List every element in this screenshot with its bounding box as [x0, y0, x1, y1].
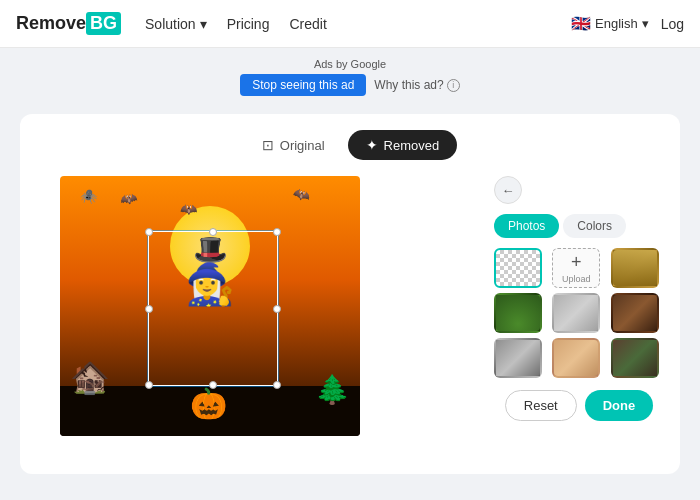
why-ads-button[interactable]: Why this ad? i — [374, 78, 459, 92]
handle-bottom-left[interactable] — [145, 381, 153, 389]
upload-label: Upload — [562, 274, 591, 284]
panel-actions: Reset Done — [494, 390, 664, 421]
bat-decoration-2: 🦇 — [180, 201, 197, 217]
nav-credit[interactable]: Credit — [289, 16, 326, 32]
chevron-down-icon: ▾ — [642, 16, 649, 31]
logo-bg-text: BG — [86, 12, 121, 35]
bg-nature[interactable] — [494, 293, 542, 333]
background-image: 🦇 🦇 🦇 🕷️ 🏚️ 🌲 🎃 — [60, 176, 360, 436]
editor-card: ⊡ Original ✦ Removed 🦇 🦇 🦇 — [20, 114, 680, 474]
handle-bottom-middle[interactable] — [209, 381, 217, 389]
original-icon: ⊡ — [262, 137, 274, 153]
flag-icon: 🇬🇧 — [571, 14, 591, 33]
bg-warm[interactable] — [552, 338, 600, 378]
nav-pricing[interactable]: Pricing — [227, 16, 270, 32]
panel-back-button[interactable]: ← — [494, 176, 522, 204]
back-arrow-icon: ← — [502, 183, 515, 198]
nav-right: 🇬🇧 English ▾ Log — [571, 14, 684, 33]
handle-bottom-right[interactable] — [273, 381, 281, 389]
handle-top-right[interactable] — [273, 228, 281, 236]
panel-tabs: Photos Colors — [494, 214, 664, 238]
photos-tab[interactable]: Photos — [494, 214, 559, 238]
handle-left-middle[interactable] — [145, 305, 153, 313]
view-tabs: ⊡ Original ✦ Removed — [36, 130, 664, 160]
login-button[interactable]: Log — [661, 16, 684, 32]
nav-solution[interactable]: Solution ▾ — [145, 16, 207, 32]
info-icon: i — [447, 79, 460, 92]
tab-original[interactable]: ⊡ Original — [243, 130, 344, 160]
tree-decoration: 🌲 — [315, 373, 350, 406]
tab-removed[interactable]: ✦ Removed — [348, 130, 458, 160]
plus-icon: + — [571, 252, 582, 273]
bat-decoration-3: 🦇 — [291, 184, 312, 204]
nav-links: Solution ▾ Pricing Credit — [145, 16, 571, 32]
canvas-section: 🦇 🦇 🦇 🕷️ 🏚️ 🌲 🎃 — [36, 176, 478, 436]
bat-decoration-1: 🦇 — [119, 190, 139, 209]
bg-wood[interactable] — [611, 248, 659, 288]
pumpkin-decoration: 🎃 — [190, 386, 227, 421]
logo[interactable]: RemoveBG — [16, 12, 121, 35]
bg-concrete[interactable] — [552, 293, 600, 333]
logo-remove-text: Remove — [16, 13, 86, 34]
upload-button[interactable]: + Upload — [552, 248, 600, 288]
handle-right-middle[interactable] — [273, 305, 281, 313]
bg-gray[interactable] — [494, 338, 542, 378]
handle-top-middle[interactable] — [209, 228, 217, 236]
image-container: 🦇 🦇 🦇 🕷️ 🏚️ 🌲 🎃 — [60, 176, 360, 436]
removed-icon: ✦ — [366, 137, 378, 153]
bg-cabin[interactable] — [611, 338, 659, 378]
stop-ads-button[interactable]: Stop seeing this ad — [240, 74, 366, 96]
ads-buttons: Stop seeing this ad Why this ad? i — [0, 74, 700, 96]
done-button[interactable]: Done — [585, 390, 654, 421]
reset-button[interactable]: Reset — [505, 390, 577, 421]
right-panel: ← Photos Colors + Upload — [494, 176, 664, 421]
bg-transparent[interactable] — [494, 248, 542, 288]
ads-banner: Ads by Google Stop seeing this ad Why th… — [0, 48, 700, 102]
chevron-down-icon: ▾ — [200, 16, 207, 32]
editor-area: 🦇 🦇 🦇 🕷️ 🏚️ 🌲 🎃 — [36, 176, 664, 436]
house-decoration: 🏚️ — [70, 358, 110, 396]
handle-top-left[interactable] — [145, 228, 153, 236]
spider-decoration: 🕷️ — [80, 188, 97, 204]
ads-by-text: Ads by Google — [0, 58, 700, 70]
colors-tab[interactable]: Colors — [563, 214, 626, 238]
bg-dark-wood[interactable] — [611, 293, 659, 333]
background-grid: + Upload — [494, 248, 664, 378]
language-selector[interactable]: 🇬🇧 English ▾ — [571, 14, 649, 33]
main-content: ⊡ Original ✦ Removed 🦇 🦇 🦇 — [0, 102, 700, 486]
selection-box[interactable] — [148, 231, 278, 386]
navbar: RemoveBG Solution ▾ Pricing Credit 🇬🇧 En… — [0, 0, 700, 48]
